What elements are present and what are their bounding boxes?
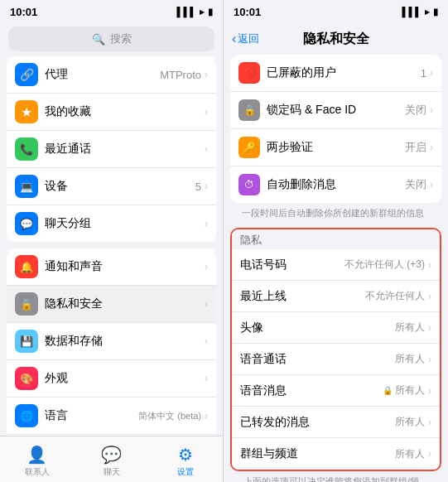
privacy-item-voicemsg[interactable]: 语音消息 🔒 所有人 › (232, 375, 440, 407)
phone-value: 不允许任何人 (+3) (344, 258, 425, 272)
settings-tab-icon: ⚙ (178, 445, 193, 465)
settings-item-folders[interactable]: 💬 聊天分组 › (7, 205, 216, 242)
devices-chevron: › (205, 181, 208, 192)
passcode-icon: 🔒 (238, 99, 260, 121)
settings-item-appearance[interactable]: 🎨 外观 › (7, 360, 216, 398)
privacy-chevron: › (205, 298, 208, 310)
left-section-1: 🔗 代理 MTProto › ★ 我的收藏 › 📞 最近通话 › 💻 设备 5 … (7, 56, 216, 242)
calls-chevron: › (205, 143, 208, 155)
calls-label: 最近通话 (45, 142, 205, 157)
settings-item-calls[interactable]: 📞 最近通话 › (7, 131, 216, 168)
right-top-section: 🚫 已屏蔽的用户 1 › 🔒 锁定码 & Face ID 关闭 › 🔑 两步验证… (230, 55, 441, 203)
contacts-tab-label: 联系人 (25, 466, 50, 478)
twostep-chevron: › (430, 142, 433, 153)
right-battery-icon: ▮ (433, 7, 438, 17)
right-content: 🚫 已屏蔽的用户 1 › 🔒 锁定码 & Face ID 关闭 › 🔑 两步验证… (224, 55, 448, 482)
blocked-icon: 🚫 (238, 62, 260, 84)
notifications-chevron: › (205, 261, 208, 272)
folders-icon: 💬 (15, 212, 38, 235)
phone-label: 电话号码 (240, 258, 344, 272)
privacy-icon: 🔒 (15, 292, 38, 316)
notifications-icon: 🔔 (15, 255, 38, 278)
proxy-value: MTProto (160, 69, 201, 81)
twostep-icon: 🔑 (238, 137, 260, 158)
right-item-autodelete[interactable]: ⏱ 自动删除消息 关闭 › (230, 166, 441, 203)
settings-item-favorites[interactable]: ★ 我的收藏 › (7, 94, 216, 131)
settings-item-devices[interactable]: 💻 设备 5 › (7, 168, 216, 205)
privacy-border-box: 隐私 电话号码 不允许任何人 (+3) › 最近上线 不允许任何人 › 头像 所… (230, 228, 441, 471)
right-item-passcode[interactable]: 🔒 锁定码 & Face ID 关闭 › (230, 92, 441, 129)
groups-label: 群组与频道 (240, 446, 395, 461)
appearance-icon: 🎨 (15, 367, 38, 390)
wifi-icon: ▸ (200, 7, 205, 17)
notifications-label: 通知和声音 (45, 259, 205, 274)
voicemsg-label: 语音消息 (240, 383, 383, 398)
settings-item-privacy[interactable]: 🔒 隐私和安全 › ← (7, 286, 216, 323)
right-wifi-icon: ▸ (425, 7, 430, 17)
privacy-item-avatar[interactable]: 头像 所有人 › (232, 312, 440, 344)
privacy-label: 隐私和安全 (45, 296, 205, 311)
left-settings-list: 🔗 代理 MTProto › ★ 我的收藏 › 📞 最近通话 › 💻 设备 5 … (0, 56, 223, 436)
left-status-icons: ▌▌▌ ▸ ▮ (177, 7, 213, 17)
privacy-item-groups[interactable]: 群组与频道 所有人 › (232, 438, 440, 470)
tab-contacts[interactable]: 👤 联系人 (0, 441, 75, 478)
autodelete-value: 关闭 (405, 177, 426, 192)
tab-settings[interactable]: ⚙ 设置 (148, 441, 223, 478)
bottom-tabs: 👤 联系人 💬 聊天 ⚙ 设置 (0, 436, 223, 482)
right-nav: ‹ 返回 隐私和安全 (224, 23, 448, 55)
back-label: 返回 (238, 31, 259, 46)
privacy-item-forwarded[interactable]: 已转发的消息 所有人 › (232, 407, 440, 438)
left-panel: 10:01 ▌▌▌ ▸ ▮ 🔍 搜索 🔗 代理 MTProto › ★ 我的收藏… (0, 0, 224, 482)
left-time: 10:01 (10, 6, 37, 18)
voicecall-label: 语音通话 (240, 352, 395, 367)
groups-chevron: › (428, 448, 431, 460)
privacy-section-footer: 上面的选项可以决定谁能将您添加到群组/频道。 (232, 473, 440, 482)
settings-item-language[interactable]: 🌐 语言 简体中文 (beta) › (7, 398, 216, 435)
chats-tab-label: 聊天 (104, 466, 120, 478)
privacy-item-lastseen[interactable]: 最近上线 不允许任何人 › (232, 281, 440, 312)
privacy-item-voicecall[interactable]: 语音通话 所有人 › (232, 344, 440, 375)
privacy-section-header: 隐私 (232, 229, 440, 249)
settings-item-proxy[interactable]: 🔗 代理 MTProto › (7, 56, 216, 94)
phone-chevron: › (428, 259, 431, 271)
autodelete-icon: ⏱ (238, 174, 260, 195)
avatar-chevron: › (428, 322, 431, 334)
blocked-value: 1 (421, 67, 426, 80)
settings-item-storage[interactable]: 💾 数据和存储 › (7, 323, 216, 360)
avatar-label: 头像 (240, 321, 395, 335)
twostep-value: 开启 (405, 140, 426, 155)
proxy-icon: 🔗 (15, 63, 38, 86)
forwarded-value: 所有人 (395, 415, 425, 429)
tab-chats[interactable]: 💬 聊天 (75, 441, 149, 478)
right-item-blocked[interactable]: 🚫 已屏蔽的用户 1 › (230, 55, 441, 92)
right-item-twostep[interactable]: 🔑 两步验证 开启 › (230, 129, 441, 166)
privacy-item-phone[interactable]: 电话号码 不允许任何人 (+3) › (232, 249, 440, 281)
settings-item-notifications[interactable]: 🔔 通知和声音 › (7, 248, 216, 286)
voicecall-chevron: › (428, 354, 431, 365)
language-chevron: › (205, 410, 208, 422)
settings-item-stickers[interactable]: 😊 贴纸与表情 10 › (7, 435, 216, 436)
language-label: 语言 (45, 408, 138, 423)
avatar-value: 所有人 (395, 321, 425, 335)
favorites-icon: ★ (15, 100, 38, 123)
left-search-bar[interactable]: 🔍 搜索 (8, 27, 214, 51)
chats-tab-icon: 💬 (101, 445, 122, 465)
proxy-label: 代理 (45, 67, 160, 82)
lock-icon-small: 🔒 (383, 386, 393, 395)
folders-label: 聊天分组 (45, 216, 205, 231)
storage-icon: 💾 (15, 330, 38, 353)
blocked-label: 已屏蔽的用户 (267, 65, 421, 80)
devices-label: 设备 (45, 179, 195, 194)
favorites-chevron: › (205, 106, 208, 118)
proxy-chevron: › (205, 69, 208, 80)
right-signal-icon: ▌▌▌ (402, 7, 422, 17)
appearance-chevron: › (205, 373, 208, 384)
appearance-label: 外观 (45, 371, 205, 386)
autodelete-label: 自动删除消息 (267, 177, 405, 192)
calls-icon: 📞 (15, 137, 38, 161)
forwarded-chevron: › (428, 417, 431, 428)
left-section-2: 🔔 通知和声音 › 🔒 隐私和安全 › ← 💾 数据和存储 › 🎨 外观 › (7, 248, 216, 436)
back-button[interactable]: ‹ 返回 (232, 31, 259, 46)
groups-value: 所有人 (395, 447, 425, 461)
devices-value: 5 (195, 181, 201, 193)
